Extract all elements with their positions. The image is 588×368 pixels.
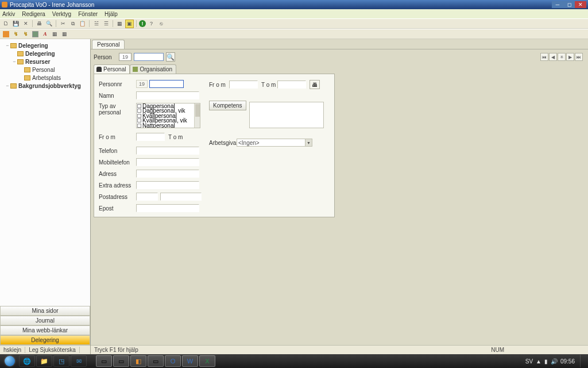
menu-arkiv[interactable]: Arkiv — [2, 11, 15, 17]
preview-icon[interactable]: 🔍 — [45, 20, 53, 28]
lbl-from2: Fr o m — [209, 82, 229, 88]
navigation-tree[interactable]: −Delegering Delegering −Resurser Persona… — [0, 39, 90, 306]
paste-icon[interactable]: 📋 — [78, 20, 87, 28]
menu-fonster[interactable]: Fönster — [78, 11, 98, 17]
sidebar: −Delegering Delegering −Resurser Persona… — [0, 39, 91, 354]
tool-icon-2[interactable]: ☰ — [102, 20, 110, 28]
typ-scrollbar[interactable] — [194, 103, 200, 128]
lbl-tom-inline: T o m — [168, 134, 184, 140]
menu-verktyg[interactable]: Verktyg — [52, 11, 71, 17]
lbl-extraadress: Extra adress — [99, 182, 136, 189]
document-tab-row: Personal — [91, 39, 588, 49]
nav-last-button[interactable]: ⏭ — [575, 53, 583, 61]
sidebar-btn-webblankar[interactable]: Mina webb-länkar — [0, 325, 90, 335]
delete-icon[interactable]: ✕ — [21, 20, 30, 28]
menu-hjalp[interactable]: Hjälp — [105, 11, 118, 17]
from-input[interactable] — [136, 133, 165, 141]
mobiltelefon-input[interactable] — [136, 158, 199, 166]
script-a-icon[interactable]: A — [41, 30, 49, 39]
org-icon — [133, 67, 138, 72]
taskbar-item-app2[interactable]: ✉ — [71, 355, 87, 367]
new-icon[interactable]: 🗋 — [2, 20, 10, 28]
document-tab-personal[interactable]: Personal — [92, 40, 125, 49]
print-dates-button[interactable]: 🖶 — [310, 80, 320, 89]
taskbar-item-app1[interactable]: ◳ — [53, 355, 69, 367]
window-close-button[interactable]: ✕ — [575, 1, 586, 8]
window-title: Procapita VoO - Irene Johansson — [10, 2, 552, 8]
namn-input[interactable] — [136, 91, 199, 99]
from2-input[interactable] — [229, 80, 258, 89]
lbl-telefon: Telefon — [99, 148, 136, 154]
postnr-input[interactable] — [136, 193, 158, 201]
kompetens-button[interactable]: Kompetens — [209, 101, 246, 110]
personnr-input[interactable] — [149, 80, 184, 88]
window-minimize-button[interactable]: ─ — [552, 1, 563, 8]
grid-icon[interactable] — [32, 31, 38, 37]
person-label: Person — [94, 54, 117, 60]
typ-listbox[interactable]: Dagpersonal Dagpersonal, vik Kvällperson… — [136, 103, 200, 128]
sidebar-btn-delegering[interactable]: Delegering — [0, 335, 90, 345]
adress-input[interactable] — [136, 170, 199, 178]
kompetens-area[interactable] — [249, 102, 324, 128]
content-area: −Delegering Delegering −Resurser Persona… — [0, 39, 588, 354]
orange-box-icon[interactable] — [3, 31, 9, 37]
lightning-icon-2[interactable]: ↯ — [21, 30, 30, 39]
cut-icon[interactable]: ✂ — [59, 20, 67, 28]
info-icon[interactable]: ! — [139, 20, 146, 27]
lbl-namn: Namn — [99, 93, 136, 99]
exit-icon[interactable]: ⎋ — [157, 20, 165, 28]
arbetsgivare-select[interactable]: <Ingen> ▼ — [237, 139, 312, 147]
help-icon[interactable]: ? — [147, 20, 156, 28]
person-search-button[interactable]: 🔍 — [166, 52, 175, 62]
taskbar-item-outlook[interactable]: O — [165, 355, 181, 367]
taskbar-item-explorer[interactable]: 📁 — [36, 355, 52, 367]
taskbar-item-word[interactable]: W — [182, 355, 198, 367]
tree-personal[interactable]: Personal — [32, 67, 55, 73]
tool-icon-3[interactable]: ▦ — [115, 20, 124, 28]
tom2-input[interactable] — [277, 80, 306, 89]
telefon-input[interactable] — [136, 147, 199, 155]
taskbar-item-running2[interactable]: ▭ — [113, 355, 129, 367]
lbl-arbetsgivare: Arbetsgivare — [209, 140, 237, 146]
subtab-personal[interactable]: Personal — [94, 64, 130, 74]
tool-icon-1[interactable]: ☱ — [92, 20, 100, 28]
nav-first-button[interactable]: ⏮ — [540, 53, 548, 61]
tree-root[interactable]: Delegering — [18, 43, 48, 49]
tool-icon-4[interactable]: ▣ — [125, 20, 134, 28]
postort-input[interactable] — [160, 193, 202, 201]
subtab-organisation[interactable]: Organisation — [130, 64, 176, 74]
taskbar-item-excel[interactable]: X — [199, 355, 215, 367]
start-button[interactable] — [1, 355, 18, 367]
tray-clock[interactable]: 09:56 — [560, 359, 575, 364]
sidebar-btn-mina-sidor[interactable]: Mina sidor — [0, 306, 90, 316]
tree-resurser[interactable]: Resurser — [25, 59, 50, 65]
taskbar-item-running1[interactable]: ▭ — [96, 355, 112, 367]
lightning-icon-1[interactable]: ↯ — [11, 30, 20, 39]
taskbar-item-ie[interactable]: 🌐 — [19, 355, 35, 367]
show-desktop-button[interactable] — [580, 355, 585, 367]
nav-next-button[interactable]: ▶ — [566, 53, 574, 61]
copy-icon[interactable]: ⧉ — [68, 20, 77, 28]
save-icon[interactable]: 💾 — [11, 20, 20, 28]
nav-new-button[interactable]: ✳ — [558, 53, 566, 61]
tray-lang[interactable]: SV — [525, 358, 533, 365]
grid2-icon[interactable]: ▦ — [51, 30, 59, 39]
system-tray[interactable]: SV ▲ ▮ 🔊 09:56 — [525, 355, 587, 367]
nav-prev-button[interactable]: ◀ — [549, 53, 557, 61]
print-icon[interactable]: 🖶 — [35, 20, 44, 28]
subtab-personal-label: Personal — [103, 66, 126, 72]
grid3-icon[interactable]: ▦ — [60, 30, 69, 39]
typ-opt-4[interactable]: Nattpersonal — [142, 122, 175, 128]
taskbar-item-running3[interactable]: ◧ — [130, 355, 146, 367]
epost-input[interactable] — [136, 204, 199, 212]
person-number-input[interactable] — [134, 53, 164, 61]
extraadress-input[interactable] — [136, 181, 199, 189]
tree-arbetsplats[interactable]: Arbetsplats — [32, 75, 61, 81]
taskbar-item-running4[interactable]: ▭ — [148, 355, 164, 367]
person-prefix: 19 — [119, 53, 131, 61]
window-maximize-button[interactable]: ◻ — [563, 1, 575, 8]
tree-bakgrund[interactable]: Bakgrundsjobbverktyg — [18, 83, 81, 89]
sidebar-btn-journal[interactable]: Journal — [0, 316, 90, 325]
tree-delegering[interactable]: Delegering — [25, 51, 55, 57]
menu-redigera[interactable]: Redigera — [22, 11, 45, 17]
